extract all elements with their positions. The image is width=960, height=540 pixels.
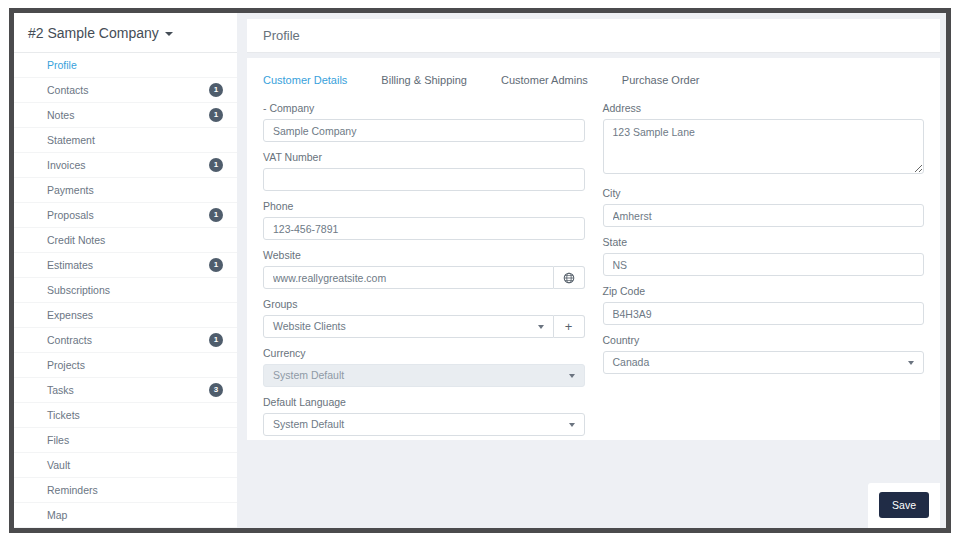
state-label: State xyxy=(603,236,925,248)
customer-menu-toggle[interactable]: #2 Sample Company xyxy=(14,13,237,53)
sidebar-item-tickets[interactable]: Tickets xyxy=(14,403,237,428)
sidebar-item-reminders[interactable]: Reminders xyxy=(14,478,237,503)
customer-name: #2 Sample Company xyxy=(28,25,159,41)
sidebar-item-notes[interactable]: Notes 1 xyxy=(14,103,237,128)
state-input[interactable] xyxy=(603,253,925,276)
vat-input[interactable] xyxy=(263,168,585,191)
page-title: Profile xyxy=(247,19,940,53)
app-window: #2 Sample Company Profile Contacts 1 Not… xyxy=(9,8,951,533)
default-language-label: Default Language xyxy=(263,396,585,408)
sidebar: #2 Sample Company Profile Contacts 1 Not… xyxy=(14,13,237,528)
country-selected-value: Canada xyxy=(613,356,650,368)
sidebar-item-profile[interactable]: Profile xyxy=(14,53,237,78)
sidebar-item-projects[interactable]: Projects xyxy=(14,353,237,378)
screen: #2 Sample Company Profile Contacts 1 Not… xyxy=(0,0,960,540)
count-badge: 1 xyxy=(209,208,223,222)
caret-down-icon xyxy=(569,423,575,427)
caret-down-icon xyxy=(569,374,575,378)
chevron-down-icon xyxy=(165,32,173,36)
form-column-left: - Company VAT Number Phone Website xyxy=(263,102,585,436)
sidebar-item-subscriptions[interactable]: Subscriptions xyxy=(14,278,237,303)
form-column-right: Address 123 Sample Lane City State Zip C… xyxy=(603,102,925,436)
website-input[interactable] xyxy=(263,266,554,289)
groups-selected-value: Website Clients xyxy=(273,320,346,332)
currency-label: Currency xyxy=(263,347,585,359)
sidebar-item-label: Payments xyxy=(47,184,223,196)
sidebar-item-tasks[interactable]: Tasks 3 xyxy=(14,378,237,403)
count-badge: 1 xyxy=(209,158,223,172)
sidebar-item-map[interactable]: Map xyxy=(14,503,237,528)
zip-code-label: Zip Code xyxy=(603,285,925,297)
sidebar-item-label: Tickets xyxy=(47,409,223,421)
sidebar-item-invoices[interactable]: Invoices 1 xyxy=(14,153,237,178)
count-badge: 1 xyxy=(209,108,223,122)
sidebar-item-label: Projects xyxy=(47,359,223,371)
sidebar-item-contacts[interactable]: Contacts 1 xyxy=(14,78,237,103)
currency-selected-value: System Default xyxy=(273,369,344,381)
profile-form: - Company VAT Number Phone Website xyxy=(263,102,924,436)
groups-label: Groups xyxy=(263,298,585,310)
groups-select[interactable]: Website Clients xyxy=(263,315,554,338)
city-input[interactable] xyxy=(603,204,925,227)
caret-down-icon xyxy=(908,361,914,365)
vat-label: VAT Number xyxy=(263,151,585,163)
tab-purchase-order[interactable]: Purchase Order xyxy=(622,74,700,86)
default-language-selected-value: System Default xyxy=(273,418,344,430)
sidebar-item-label: Tasks xyxy=(47,384,209,396)
sidebar-menu: Profile Contacts 1 Notes 1 Statement Inv… xyxy=(14,53,237,528)
country-label: Country xyxy=(603,334,925,346)
open-website-button[interactable] xyxy=(554,266,585,289)
sidebar-item-label: Map xyxy=(47,509,223,521)
currency-select: System Default xyxy=(263,364,585,387)
tab-bar: Customer Details Billing & Shipping Cust… xyxy=(263,66,924,102)
save-button[interactable]: Save xyxy=(879,492,929,518)
sidebar-item-label: Contracts xyxy=(47,334,209,346)
country-select[interactable]: Canada xyxy=(603,351,925,374)
sidebar-item-statement[interactable]: Statement xyxy=(14,128,237,153)
phone-label: Phone xyxy=(263,200,585,212)
sidebar-item-label: Vault xyxy=(47,459,223,471)
main-area: Profile Customer Details Billing & Shipp… xyxy=(237,13,946,528)
company-label: - Company xyxy=(263,102,585,114)
caret-down-icon xyxy=(538,325,544,329)
default-language-select[interactable]: System Default xyxy=(263,413,585,436)
add-group-button[interactable]: + xyxy=(554,315,585,338)
sidebar-item-label: Notes xyxy=(47,109,209,121)
sidebar-item-label: Contacts xyxy=(47,84,209,96)
sidebar-item-label: Credit Notes xyxy=(47,234,223,246)
tab-billing-shipping[interactable]: Billing & Shipping xyxy=(381,74,467,86)
globe-icon xyxy=(563,272,575,284)
sidebar-item-payments[interactable]: Payments xyxy=(14,178,237,203)
profile-card: Customer Details Billing & Shipping Cust… xyxy=(247,58,940,440)
count-badge: 1 xyxy=(209,333,223,347)
sidebar-item-label: Files xyxy=(47,434,223,446)
sidebar-item-estimates[interactable]: Estimates 1 xyxy=(14,253,237,278)
sidebar-item-label: Invoices xyxy=(47,159,209,171)
phone-input[interactable] xyxy=(263,217,585,240)
sidebar-item-vault[interactable]: Vault xyxy=(14,453,237,478)
company-input[interactable] xyxy=(263,119,585,142)
sidebar-item-label: Statement xyxy=(47,134,223,146)
save-panel: Save xyxy=(868,483,940,528)
count-badge: 1 xyxy=(209,83,223,97)
sidebar-item-label: Reminders xyxy=(47,484,223,496)
sidebar-item-files[interactable]: Files xyxy=(14,428,237,453)
count-badge: 3 xyxy=(209,383,223,397)
city-label: City xyxy=(603,187,925,199)
sidebar-item-proposals[interactable]: Proposals 1 xyxy=(14,203,237,228)
address-label: Address xyxy=(603,102,925,114)
tab-customer-admins[interactable]: Customer Admins xyxy=(501,74,588,86)
sidebar-item-contracts[interactable]: Contracts 1 xyxy=(14,328,237,353)
sidebar-item-credit-notes[interactable]: Credit Notes xyxy=(14,228,237,253)
website-label: Website xyxy=(263,249,585,261)
zip-code-input[interactable] xyxy=(603,302,925,325)
sidebar-item-label: Profile xyxy=(47,59,223,71)
address-textarea[interactable]: 123 Sample Lane xyxy=(603,119,925,174)
tab-customer-details[interactable]: Customer Details xyxy=(263,74,347,86)
count-badge: 1 xyxy=(209,258,223,272)
sidebar-item-label: Expenses xyxy=(47,309,223,321)
sidebar-item-label: Estimates xyxy=(47,259,209,271)
sidebar-item-label: Proposals xyxy=(47,209,209,221)
sidebar-item-label: Subscriptions xyxy=(47,284,223,296)
sidebar-item-expenses[interactable]: Expenses xyxy=(14,303,237,328)
